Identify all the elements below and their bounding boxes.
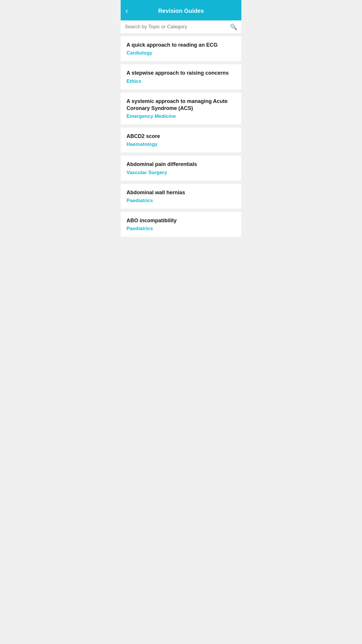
item-category: Ethics [126,78,236,84]
item-title: A quick approach to reading an ECG [126,41,236,48]
item-category: Haematology [126,141,236,147]
list-item[interactable]: ABCD2 scoreHaematology [121,127,241,153]
list-item[interactable]: A quick approach to reading an ECGCardio… [121,36,241,62]
item-category: Cardiology [126,50,236,56]
list-item[interactable]: A systemic approach to managing Acute Co… [121,92,241,125]
item-title: A stepwise approach to raising concerns [126,69,236,76]
item-category: Paediatrics [126,226,236,232]
revision-guide-list: A quick approach to reading an ECGCardio… [121,34,241,240]
search-bar: 🔍 [121,20,241,34]
list-item[interactable]: ABO incompatibilityPaediatrics [121,211,241,237]
item-title: ABO incompatibility [126,217,236,224]
list-item[interactable]: Abdominal pain differentialsVascular Sur… [121,155,241,181]
page-title: Revision Guides [158,8,204,14]
item-category: Vascular Surgery [126,170,236,176]
item-title: Abdominal pain differentials [126,161,236,168]
search-input[interactable] [125,24,230,30]
item-category: Paediatrics [126,198,236,204]
header: ‹ Revision Guides [121,0,241,20]
item-title: Abdominal wall hernias [126,189,236,196]
item-category: Emergency Medicine [126,113,236,119]
back-button[interactable]: ‹ [125,7,128,15]
item-title: A systemic approach to managing Acute Co… [126,98,236,112]
list-item[interactable]: A stepwise approach to raising concernsE… [121,64,241,90]
list-item[interactable]: Abdominal wall herniasPaediatrics [121,183,241,209]
item-title: ABCD2 score [126,133,236,140]
search-icon: 🔍 [230,23,237,30]
